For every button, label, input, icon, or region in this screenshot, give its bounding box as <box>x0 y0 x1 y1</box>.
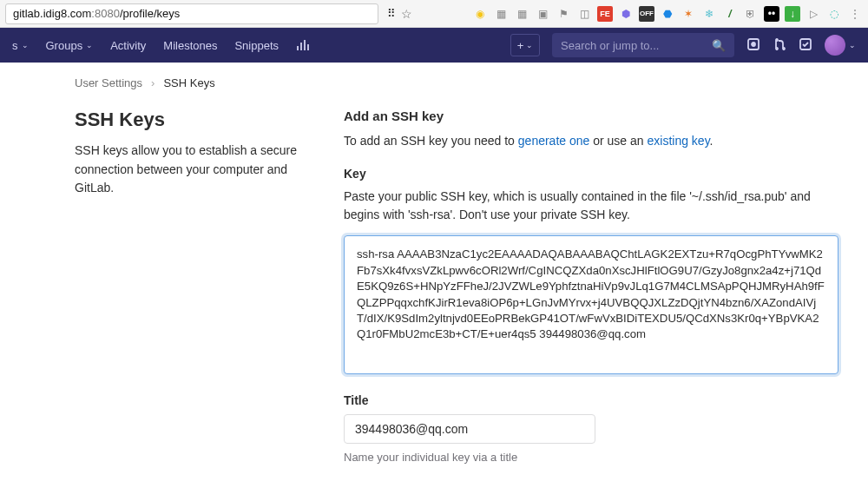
merge-requests-icon[interactable] <box>773 37 786 54</box>
ext-icon[interactable]: ▷ <box>806 6 821 22</box>
nav-left: s ⌄ Groups ⌄ Activity Milestones Snippet… <box>12 38 310 52</box>
issues-icon[interactable] <box>746 37 760 54</box>
generate-key-link[interactable]: generate one <box>518 134 590 148</box>
page-title: SSH Keys <box>75 109 309 131</box>
ext-icon[interactable]: ▦ <box>493 6 509 22</box>
chevron-down-icon[interactable]: ⌄ <box>849 41 856 49</box>
breadcrumb-current: SSH Keys <box>163 76 214 89</box>
section-heading-add: Add an SSH key <box>344 109 838 123</box>
ext-icon[interactable]: ⬢ <box>618 6 634 22</box>
title-label: Title <box>344 393 838 407</box>
breadcrumb: User Settings › SSH Keys <box>75 76 845 89</box>
user-avatar[interactable] <box>825 35 845 56</box>
nav-item-groups[interactable]: Groups ⌄ <box>46 39 94 52</box>
ext-icon[interactable]: ▦ <box>514 6 529 22</box>
plus-icon: + <box>517 39 524 52</box>
ext-icon[interactable]: ⛨ <box>743 6 759 22</box>
ext-icon[interactable]: ◫ <box>576 6 592 22</box>
ext-icon[interactable]: FE <box>597 6 613 22</box>
ext-icon[interactable]: / <box>722 6 738 22</box>
hint-text: To add an SSH key you need to <box>344 134 518 148</box>
chevron-down-icon: ⌄ <box>22 41 29 49</box>
nav-item-snippets[interactable]: Snippets <box>234 39 279 52</box>
ext-icon[interactable]: ↓ <box>785 6 800 22</box>
hint-text: or use an <box>589 134 647 148</box>
ext-icon[interactable]: ◌ <box>826 6 842 22</box>
page-description: SSH keys allow you to establish a secure… <box>75 142 309 198</box>
extension-icons: ◉ ▦ ▦ ▣ ⚑ ◫ FE ⬢ OFF ⬣ ✶ ❄ / ⛨ •• ↓ ▷ ◌ … <box>472 6 863 22</box>
gitlab-navbar: s ⌄ Groups ⌄ Activity Milestones Snippet… <box>0 28 868 63</box>
ssh-key-textarea[interactable] <box>344 235 838 374</box>
existing-key-link[interactable]: existing key <box>648 134 710 148</box>
add-key-hint: To add an SSH key you need to generate o… <box>344 132 838 151</box>
nav-item-milestones[interactable]: Milestones <box>163 39 217 52</box>
hint-text: . <box>710 134 713 148</box>
global-search-input[interactable]: Search or jump to... 🔍 <box>552 33 734 57</box>
ext-icon[interactable]: ▣ <box>535 6 550 22</box>
browser-menu-icon[interactable]: ⋮ <box>847 6 863 22</box>
ext-icon[interactable]: ❄ <box>701 6 717 22</box>
analytics-icon[interactable] <box>296 38 310 52</box>
browser-chrome: gitlab.idig8.com:8080/profile/keys ⠿ ☆ ◉… <box>0 0 868 28</box>
search-placeholder: Search or jump to... <box>561 39 659 52</box>
nav-item-activity[interactable]: Activity <box>110 39 146 52</box>
ext-icon[interactable]: ⬣ <box>660 6 675 22</box>
breadcrumb-parent[interactable]: User Settings <box>75 76 142 89</box>
key-instruction: Paste your public SSH key, which is usua… <box>344 188 838 225</box>
url-bar[interactable]: gitlab.idig8.com:8080/profile/keys <box>5 3 378 24</box>
todos-icon[interactable] <box>799 37 812 54</box>
ext-icon[interactable]: ◉ <box>472 6 488 22</box>
title-hint: Name your individual key via a title <box>344 451 838 464</box>
url-port: :8080 <box>91 7 120 20</box>
ext-icon[interactable]: ✶ <box>681 6 696 22</box>
search-icon: 🔍 <box>712 39 726 52</box>
url-host: gitlab.idig8.com <box>13 7 91 20</box>
chevron-right-icon: › <box>151 76 155 89</box>
key-title-input[interactable] <box>344 414 595 444</box>
nav-item-projects[interactable]: s ⌄ <box>12 39 29 52</box>
ext-icon[interactable]: OFF <box>639 6 654 22</box>
svg-point-1 <box>752 43 755 46</box>
key-label: Key <box>344 167 838 181</box>
bookmark-star-icon[interactable]: ☆ <box>401 7 412 21</box>
nav-label: Groups <box>46 39 83 52</box>
ext-icon[interactable]: •• <box>764 6 779 22</box>
translate-icon[interactable]: ⠿ <box>387 7 396 20</box>
chevron-down-icon: ⌄ <box>526 41 533 49</box>
chevron-down-icon: ⌄ <box>86 41 93 49</box>
url-path: /profile/keys <box>120 7 180 20</box>
ext-icon[interactable]: ⚑ <box>556 6 571 22</box>
nav-right: + ⌄ Search or jump to... 🔍 ⌄ <box>510 33 856 57</box>
new-dropdown[interactable]: + ⌄ <box>510 34 540 56</box>
